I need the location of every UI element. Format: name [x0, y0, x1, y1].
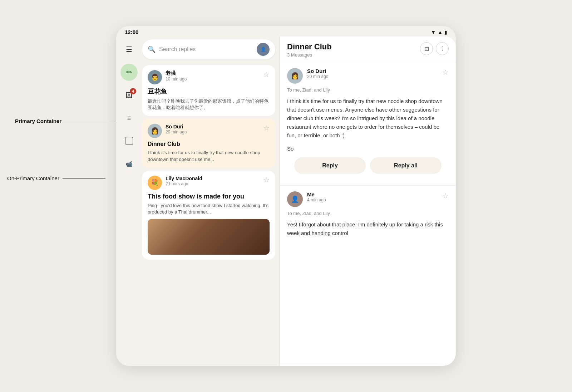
soduri-avatar-img: 👩 [151, 127, 159, 135]
email-item-lily[interactable]: 💐 Lily MacDonald 2 hours ago ☆ This food… [142, 171, 275, 260]
message-time-1: 20 min ago [307, 74, 438, 79]
email-meta-lily: Lily MacDonald 2 hours ago [166, 176, 260, 186]
message-to-1: To me, Ziad, and Lily [287, 87, 449, 93]
search-input[interactable]: Search replies [159, 46, 253, 53]
email-header-lily: 💐 Lily MacDonald 2 hours ago ☆ [148, 176, 270, 190]
message-body-1: I think it's time for us to finally try … [287, 97, 449, 140]
message-header-2: 👤 Me 4 min ago ☆ [287, 191, 449, 207]
main-content: ☰ ✏ 🖼 4 ≡ 📹 [116, 36, 456, 366]
reply-button[interactable]: Reply [294, 157, 366, 174]
detail-title: Dinner Club [287, 42, 332, 52]
laojian-avatar-img: 👨 [151, 73, 159, 81]
notification-badge: 4 [130, 88, 136, 94]
message-signature-1: So [287, 146, 449, 152]
detail-scroll: 👩 So Duri 20 min ago ☆ To me, Ziad, and … [280, 62, 456, 366]
email-list-scroll: 👨 老强 10 min ago ☆ 豆花鱼 最近忙吗？昨晚我去了你最爱的那家饭馆… [142, 64, 280, 366]
inbox-icon: ≡ [127, 114, 131, 122]
sender-avatar-laojian: 👨 [148, 70, 162, 84]
detail-dots-button[interactable]: ⋮ [436, 42, 449, 55]
reply-all-button[interactable]: Reply all [370, 157, 442, 174]
email-time-soduri: 20 min ago [166, 129, 260, 134]
message-header-1: 👩 So Duri 20 min ago ☆ [287, 68, 449, 84]
on-primary-container-line [63, 178, 105, 178]
wifi-icon: ▼ [431, 29, 436, 35]
sender-avatar-lily: 💐 [148, 176, 162, 190]
email-subject-lily: This food show is made for you [148, 193, 270, 200]
star-icon-lily[interactable]: ☆ [263, 176, 270, 184]
message-sender-info-1: So Duri 20 min ago [307, 68, 438, 79]
sender-name-laojian: 老强 [166, 70, 260, 77]
sidebar-notifications-icon[interactable]: 🖼 4 [120, 87, 138, 104]
star-icon-laojian[interactable]: ☆ [263, 70, 270, 79]
sidebar-compose-icon[interactable]: ✏ [120, 64, 138, 81]
email-preview-soduri: I think it's time for us to finally try … [148, 150, 270, 162]
email-item-laojian[interactable]: 👨 老强 10 min ago ☆ 豆花鱼 最近忙吗？昨晚我去了你最爱的那家饭馆… [142, 65, 275, 116]
user-avatar[interactable]: 👤 [257, 43, 270, 56]
status-time: 12:00 [125, 29, 138, 35]
search-bar[interactable]: 🔍 Search replies 👤 [142, 39, 275, 59]
video-icon: 📹 [125, 161, 133, 167]
signal-icon: ▲ [438, 29, 443, 35]
sidebar-chat-icon[interactable] [120, 132, 138, 150]
lily-avatar-img: 💐 [151, 179, 159, 187]
detail-actions: ⊡ ⋮ [420, 42, 449, 55]
detail-header: Dinner Club 3 Messages ⊡ ⋮ [280, 36, 456, 62]
star-icon-msg2[interactable]: ☆ [442, 191, 449, 200]
email-header-soduri: 👩 So Duri 20 min ago ☆ [148, 124, 270, 138]
message-to-2: To me, Ziad, and Lily [287, 211, 449, 216]
star-icon-soduri[interactable]: ☆ [263, 124, 270, 132]
page-wrapper: Primary Container On-Primary Container 1… [0, 0, 572, 392]
email-subject-soduri: Dinner Club [148, 141, 270, 147]
phone-frame: 12:00 ▼ ▲ ▮ ☰ ✏ 🖼 4 [116, 26, 456, 366]
message-avatar-soduri: 👩 [287, 68, 303, 84]
detail-title-block: Dinner Club 3 Messages [287, 42, 332, 58]
email-meta-laojian: 老强 10 min ago [166, 70, 260, 82]
soduri-msg-avatar: 👩 [291, 72, 299, 80]
reply-buttons: Reply Reply all [287, 152, 449, 180]
sidebar-menu-icon[interactable]: ☰ [120, 41, 138, 58]
sender-name-lily: Lily MacDonald [166, 176, 260, 181]
user-avatar-initials: 👤 [261, 47, 266, 52]
message-sender-name-1: So Duri [307, 68, 438, 74]
menu-icon: ☰ [126, 45, 132, 54]
message-sender-name-2: Me [307, 191, 438, 197]
search-icon: 🔍 [148, 45, 156, 53]
email-header-laojian: 👨 老强 10 min ago ☆ [148, 70, 270, 84]
detail-square-button[interactable]: ⊡ [420, 42, 433, 55]
on-primary-container-label: On-Primary Container [7, 175, 59, 181]
email-image-lily [148, 219, 270, 255]
status-icons: ▼ ▲ ▮ [431, 29, 447, 35]
email-subject-laojian: 豆花鱼 [148, 87, 270, 96]
message-time-2: 4 min ago [307, 197, 438, 202]
compose-icon: ✏ [126, 68, 132, 77]
email-item-soduri[interactable]: 👩 So Duri 20 min ago ☆ Dinner Club I thi… [142, 119, 275, 167]
sender-name-soduri: So Duri [166, 124, 260, 129]
sender-avatar-soduri: 👩 [148, 124, 162, 138]
sidebar-inbox-icon[interactable]: ≡ [120, 109, 138, 127]
email-preview-laojian: 最近忙吗？昨晚我去了你最爱的那家饭馆，点了他们的特色豆花鱼，吃着吃着就想你了。 [148, 98, 270, 111]
message-card-1: 👩 So Duri 20 min ago ☆ To me, Ziad, and … [280, 62, 456, 186]
chat-icon [125, 137, 133, 145]
message-card-2: 👤 Me 4 min ago ☆ To me, Ziad, and Lily Y… [280, 186, 456, 243]
message-sender-info-2: Me 4 min ago [307, 191, 438, 202]
me-msg-avatar: 👤 [291, 195, 299, 203]
email-meta-soduri: So Duri 20 min ago [166, 124, 260, 134]
status-bar: 12:00 ▼ ▲ ▮ [116, 26, 456, 36]
email-list-panel: 🔍 Search replies 👤 👨 [142, 36, 280, 366]
email-image-overlay [148, 219, 270, 255]
message-avatar-me: 👤 [287, 191, 303, 207]
primary-container-label: Primary Container [15, 118, 61, 124]
email-time-lily: 2 hours ago [166, 181, 260, 186]
battery-icon: ▮ [444, 29, 447, 35]
email-preview-lily: Ping– you'd love this new food show I st… [148, 202, 270, 215]
star-icon-msg1[interactable]: ☆ [442, 68, 449, 77]
primary-container-line [63, 121, 122, 121]
email-detail-panel: Dinner Club 3 Messages ⊡ ⋮ 👩 [280, 36, 456, 366]
message-body-2: Yes! I forgot about that place! I'm defi… [287, 220, 449, 237]
email-time-laojian: 10 min ago [166, 77, 260, 82]
detail-subtitle: 3 Messages [287, 52, 332, 58]
sidebar: ☰ ✏ 🖼 4 ≡ 📹 [116, 36, 142, 366]
sidebar-video-icon[interactable]: 📹 [120, 155, 138, 172]
